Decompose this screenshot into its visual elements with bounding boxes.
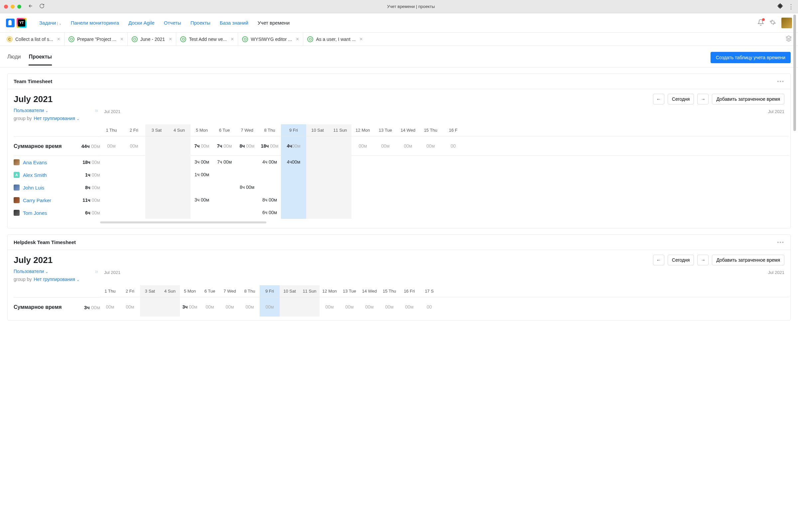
time-cell[interactable]: 00м [100,304,120,309]
time-cell[interactable] [281,206,306,219]
time-cell[interactable]: 00м [359,304,379,309]
menu-icon[interactable]: ⋮ [788,3,794,10]
time-cell[interactable]: 00м [374,143,397,149]
breadcrumb-tab[interactable]: OAs a user, I want ...× [303,33,366,46]
time-cell[interactable] [306,206,329,219]
time-cell[interactable] [306,193,329,206]
time-cell[interactable]: 7ч 00м [191,143,213,149]
time-cell[interactable]: 00м [220,304,240,309]
time-cell[interactable] [145,168,168,181]
time-cell[interactable]: 00м [123,143,145,149]
prev-button[interactable]: ← [653,255,664,265]
time-cell[interactable] [145,193,168,206]
nav-item[interactable]: Задачи| ⌄ [39,20,61,25]
time-cell[interactable]: 7ч 00м [213,143,236,149]
time-cell[interactable] [281,193,306,206]
window-maximize-icon[interactable] [17,5,21,8]
time-cell[interactable]: 00м [120,304,140,309]
time-cell[interactable] [329,193,352,206]
back-icon[interactable] [28,3,33,10]
window-minimize-icon[interactable] [11,5,15,8]
app-logo[interactable]: YT [6,18,26,28]
time-cell[interactable] [145,181,168,193]
time-cell[interactable]: 8ч 00м [236,185,258,190]
time-cell[interactable]: 00м [379,304,399,309]
group-by-select[interactable]: Нет группирования ⌄ [34,116,79,121]
extension-icon[interactable] [777,3,783,10]
expand-handle-icon[interactable]: » [95,107,98,114]
time-cell[interactable]: 00м [352,143,374,149]
user-name-link[interactable]: Tom Jones [23,210,47,216]
settings-icon[interactable] [770,19,776,26]
time-cell[interactable] [329,156,352,168]
time-cell[interactable] [329,136,352,156]
close-icon[interactable]: × [296,36,299,42]
time-cell[interactable] [168,193,191,206]
tab-projects[interactable]: Проекты [28,54,52,65]
time-cell[interactable]: 3ч 00м [191,159,213,165]
window-close-icon[interactable] [4,5,8,8]
time-cell[interactable] [306,136,329,156]
time-cell[interactable]: 4ч 00м [258,159,281,165]
breadcrumb-tab[interactable]: OPrepare "Project ...× [64,33,128,46]
nav-item[interactable]: Отчеты [164,20,181,25]
time-cell[interactable] [306,156,329,168]
time-cell[interactable]: 00м [340,304,359,309]
time-cell[interactable] [281,168,306,181]
nav-item[interactable]: База знаний [220,20,248,25]
time-cell[interactable] [329,181,352,193]
time-cell[interactable]: 00м [240,304,260,309]
time-cell[interactable]: 7ч 00м [213,159,236,165]
time-cell[interactable] [145,136,168,156]
time-cell[interactable]: 6ч 00м [258,210,281,215]
reload-icon[interactable] [39,3,44,10]
users-filter[interactable]: Пользователи ⌄ [14,108,48,113]
time-cell[interactable] [300,297,320,317]
prev-button[interactable]: ← [653,94,664,104]
close-icon[interactable]: × [231,36,234,42]
time-cell[interactable] [168,206,191,219]
expand-handle-icon[interactable]: » [95,268,98,275]
time-cell[interactable] [168,168,191,181]
time-cell[interactable]: 8ч 00м [236,143,258,149]
time-cell[interactable] [140,297,160,317]
time-cell[interactable] [280,297,300,317]
user-name-link[interactable]: Carry Parker [23,197,51,203]
close-icon[interactable]: × [57,36,60,42]
time-cell[interactable] [306,181,329,193]
time-cell[interactable]: 00м [260,297,280,317]
close-icon[interactable]: × [359,36,362,42]
add-time-button[interactable]: Добавить затраченное время [712,255,784,265]
breadcrumb-tab[interactable]: OTest Add new ve...× [176,33,238,46]
time-cell[interactable]: 4ч 00м [281,136,306,156]
next-button[interactable]: → [697,94,708,104]
time-cell[interactable]: 18ч 00м [258,143,281,149]
vertical-scrollbar[interactable] [793,13,796,326]
time-cell[interactable] [306,168,329,181]
time-cell[interactable]: 3ч 00м [180,304,200,309]
add-time-button[interactable]: Добавить затраченное время [712,94,784,104]
panel-menu-icon[interactable]: ••• [777,240,784,245]
horizontal-scrollbar[interactable] [100,222,789,224]
close-icon[interactable]: × [120,36,124,42]
time-cell[interactable] [329,168,352,181]
time-cell[interactable]: 00м [200,304,220,309]
breadcrumb-tab[interactable]: OJune - 2021× [128,33,176,46]
time-cell[interactable] [145,206,168,219]
user-name-link[interactable]: Alex Smith [23,172,47,178]
time-cell[interactable]: 3ч 00м [191,197,213,203]
user-avatar[interactable] [781,18,792,28]
time-cell[interactable]: 00м [419,143,442,149]
today-button[interactable]: Сегодня [668,94,694,104]
close-icon[interactable]: × [169,36,172,42]
users-filter[interactable]: Пользователи ⌄ [14,269,48,274]
notifications-icon[interactable] [757,19,764,26]
time-cell[interactable]: 00м [399,304,419,309]
time-cell[interactable] [281,181,306,193]
user-name-link[interactable]: Ana Evans [23,159,47,165]
next-button[interactable]: → [697,255,708,265]
time-cell[interactable]: 00 [442,143,464,149]
group-by-select[interactable]: Нет группирования ⌄ [34,277,79,282]
nav-item[interactable]: Панели мониторинга [71,20,119,25]
time-cell[interactable]: 00м [320,304,340,309]
